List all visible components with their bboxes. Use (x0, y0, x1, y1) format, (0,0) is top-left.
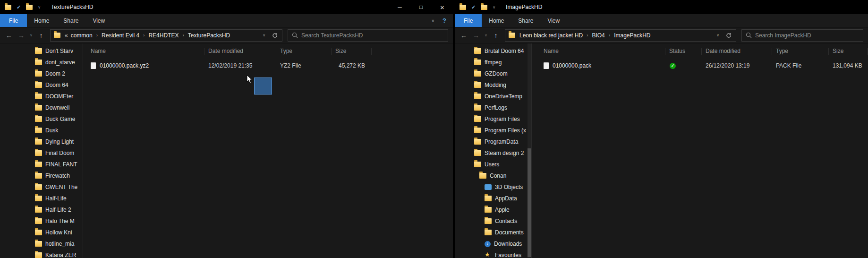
column-header-name[interactable]: Name (532, 48, 665, 55)
address-bar[interactable]: Leon black red jacket HD › BIO4 › ImageP… (505, 29, 736, 42)
breadcrumb-segment[interactable]: common (70, 32, 94, 39)
tab-share[interactable]: Share (56, 14, 85, 27)
tree-item-label: PerfLogs (485, 104, 507, 111)
tree-item[interactable]: Firewatch (0, 170, 83, 181)
address-dropdown-icon[interactable]: ∨ (258, 33, 270, 37)
help-icon[interactable]: ? (443, 17, 446, 24)
tab-view[interactable]: View (85, 14, 112, 27)
tree-item-label: hotline_mia (45, 241, 74, 247)
refresh-icon[interactable] (723, 33, 734, 38)
tree-item[interactable]: Program Files (455, 113, 531, 125)
quick-access-toolbar-chevron-icon[interactable]: ∨ (38, 5, 41, 9)
new-folder-icon[interactable] (481, 5, 487, 10)
recent-locations-icon[interactable]: ∨ (27, 33, 35, 37)
folder-icon (35, 184, 42, 190)
forward-button[interactable]: → (15, 32, 27, 39)
tree-item[interactable]: Final Doom (0, 147, 83, 159)
tree-item[interactable]: Katana ZER (0, 249, 83, 258)
column-header-size[interactable]: Size (829, 48, 868, 55)
column-header-size[interactable]: Size (332, 48, 372, 55)
ribbon-expand-icon[interactable]: ∨ (431, 18, 434, 23)
address-bar[interactable]: « common › Resident Evil 4 › RE4HDTEX › … (50, 29, 282, 42)
tree-item[interactable]: Contacts (455, 215, 531, 227)
up-button[interactable]: ↑ (35, 32, 47, 39)
tab-file[interactable]: File (455, 14, 482, 27)
tree-item[interactable]: Don't Starv (0, 45, 83, 57)
tree-item[interactable]: Half-Life (0, 193, 83, 204)
breadcrumb-segment[interactable]: BIO4 (591, 32, 605, 39)
tree-item[interactable]: Hollow Kni (0, 227, 83, 238)
tree-item[interactable]: Program Files (x (455, 125, 531, 136)
breadcrumb-segment[interactable]: Resident Evil 4 (101, 32, 140, 39)
tree-item[interactable]: Dying Light (0, 136, 83, 147)
tab-share[interactable]: Share (511, 14, 540, 27)
back-button[interactable]: ← (3, 32, 15, 39)
breadcrumb-overflow-icon[interactable]: « (65, 32, 68, 39)
tree-item-label: Documents (495, 229, 524, 236)
minimize-button[interactable]: ─ (389, 0, 410, 14)
tree-item[interactable]: Doom 2 (0, 68, 83, 79)
tree-item[interactable]: Downloads (455, 238, 531, 249)
tree-item[interactable]: Documents (455, 227, 531, 238)
refresh-icon[interactable] (270, 33, 280, 38)
properties-icon[interactable]: ✓ (17, 4, 21, 10)
recent-locations-icon[interactable]: ∨ (482, 33, 490, 37)
file-type: PACK File (772, 62, 829, 69)
breadcrumb-segment[interactable]: TexturePacksHD (187, 32, 231, 39)
maximize-button[interactable]: □ (410, 0, 432, 14)
column-header-type[interactable]: Type (772, 48, 829, 55)
tree-item[interactable]: Downwell (0, 102, 83, 113)
tab-home[interactable]: Home (27, 14, 56, 27)
tree-item[interactable]: AppData (455, 193, 531, 204)
file-row[interactable]: 01000000.pack.yz2 12/02/2019 21:35 YZ2 F… (83, 60, 453, 72)
tree-item[interactable]: ffmpeg (455, 57, 531, 68)
tree-item[interactable]: Steam design 2 (455, 147, 531, 159)
tree-item[interactable]: PerfLogs (455, 102, 531, 113)
tree-item[interactable]: OneDriveTemp (455, 91, 531, 102)
sidebar-scrollbar-thumb[interactable] (528, 148, 531, 257)
tree-item[interactable]: Modding (455, 79, 531, 91)
properties-icon[interactable]: ✓ (471, 4, 476, 10)
tree-item[interactable]: Duck Game (0, 113, 83, 125)
search-input[interactable] (755, 32, 859, 39)
tree-item[interactable]: DOOMEter (0, 91, 83, 102)
breadcrumb-segment[interactable]: Leon black red jacket HD (519, 32, 584, 39)
up-button[interactable]: ↑ (490, 32, 502, 39)
tab-home[interactable]: Home (482, 14, 511, 27)
tree-item[interactable]: FINAL FANT (0, 159, 83, 170)
column-header-date-modified[interactable]: Date modified (702, 48, 772, 55)
quick-access-toolbar-chevron-icon[interactable]: ∨ (493, 5, 495, 9)
tree-item[interactable]: dont_starve (0, 57, 83, 68)
column-header-name[interactable]: Name (83, 48, 204, 55)
tree-item[interactable]: Doom 64 (0, 79, 83, 91)
tree-item[interactable]: GWENT The (0, 181, 83, 193)
column-header-date-modified[interactable]: Date modified (204, 48, 276, 55)
tree-item[interactable]: hotline_mia (0, 238, 83, 249)
tree-item[interactable]: Users (455, 159, 531, 170)
tree-item[interactable]: GZDoom (455, 68, 531, 79)
forward-button[interactable]: → (470, 32, 482, 39)
file-row[interactable]: 01000000.pack ✓ 26/12/2020 13:19 PACK Fi… (532, 60, 868, 72)
new-folder-icon[interactable] (26, 5, 33, 10)
tab-file[interactable]: File (0, 14, 27, 27)
tree-item[interactable]: Halo The M (0, 215, 83, 227)
breadcrumb-segment[interactable]: RE4HDTEX (147, 32, 179, 39)
tree-item[interactable]: Half-Life 2 (0, 204, 83, 215)
tab-view[interactable]: View (540, 14, 567, 27)
address-dropdown-icon[interactable]: ∨ (712, 33, 723, 37)
tree-item[interactable]: ProgramData (455, 136, 531, 147)
search-input[interactable] (301, 32, 444, 39)
folder-icon (35, 162, 42, 167)
breadcrumb-segment[interactable]: ImagePackHD (613, 32, 651, 39)
selection-marquee (254, 77, 272, 95)
back-button[interactable]: ← (458, 32, 470, 39)
tree-item[interactable]: Apple (455, 204, 531, 215)
tree-item[interactable]: 3D Objects (455, 181, 531, 193)
column-header-type[interactable]: Type (276, 48, 332, 55)
tree-item[interactable]: Favourites (455, 249, 531, 258)
close-button[interactable]: × (432, 0, 453, 14)
column-header-status[interactable]: Status (665, 48, 702, 55)
tree-item[interactable]: Conan (455, 170, 531, 181)
tree-item[interactable]: Brutal Doom 64 (455, 45, 531, 57)
tree-item[interactable]: Dusk (0, 125, 83, 136)
